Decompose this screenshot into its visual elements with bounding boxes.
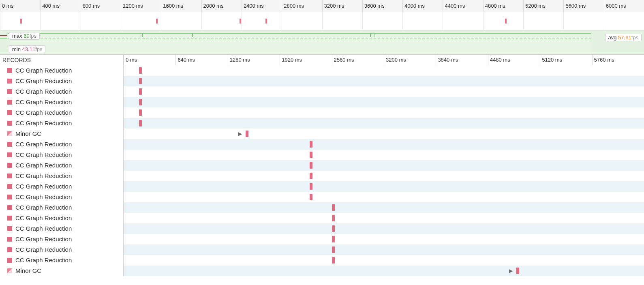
cc-event-chip[interactable] [310, 162, 312, 169]
overview-event-marker[interactable] [505, 19, 507, 24]
overview-tick: 2400 ms [242, 0, 264, 12]
overview-event-marker[interactable] [20, 19, 22, 24]
record-row-label[interactable]: CC Graph Reduction [0, 76, 123, 86]
cc-swatch-icon [7, 216, 12, 221]
overview-gridline [0, 12, 0, 30]
overview-gridline [322, 12, 323, 30]
record-row-text: CC Graph Reduction [15, 97, 72, 107]
overview-gridline [121, 12, 121, 30]
cc-event-chip[interactable] [332, 225, 335, 232]
record-timeline-row[interactable]: ▶ [124, 266, 644, 276]
record-timeline-row[interactable] [124, 171, 644, 181]
overview-gridline [282, 12, 282, 30]
cc-event-chip[interactable] [139, 109, 142, 116]
overview-tick: 3600 ms [362, 0, 385, 12]
cc-event-chip[interactable] [139, 67, 142, 74]
fps-dip [374, 33, 374, 37]
records-ruler[interactable]: 0 ms640 ms1280 ms1920 ms2560 ms3200 ms38… [124, 55, 644, 65]
overview-tick: 2800 ms [282, 0, 304, 12]
record-timeline-row[interactable] [124, 107, 644, 118]
record-timeline-row[interactable] [124, 202, 644, 213]
record-row-label[interactable]: CC Graph Reduction [0, 192, 123, 202]
record-timeline-row[interactable] [124, 160, 644, 171]
overview-timeline[interactable]: 0 ms400 ms800 ms1200 ms1600 ms2000 ms240… [0, 0, 644, 30]
record-row-label[interactable]: CC Graph Reduction [0, 139, 123, 150]
record-timeline-row[interactable] [124, 223, 644, 234]
overview-gridline [483, 12, 484, 30]
minor-gc-event-chip[interactable] [246, 131, 248, 137]
overview-event-marker[interactable] [240, 19, 241, 24]
record-timeline-row[interactable] [124, 192, 644, 202]
cc-event-chip[interactable] [310, 183, 312, 190]
record-timeline-row[interactable]: ▶ [124, 129, 644, 139]
cc-event-chip[interactable] [139, 120, 142, 126]
record-row-label[interactable]: CC Graph Reduction [0, 202, 123, 213]
overview-gridline [242, 12, 242, 30]
cc-swatch-icon [7, 163, 12, 168]
cc-event-chip[interactable] [332, 215, 335, 221]
cc-event-chip[interactable] [139, 88, 142, 95]
expand-chevron-icon[interactable]: ▶ [509, 268, 513, 274]
cc-event-chip[interactable] [332, 257, 335, 264]
expand-chevron-icon[interactable]: ▶ [238, 131, 242, 137]
fps-fill [8, 34, 591, 54]
cc-event-chip[interactable] [310, 152, 312, 158]
record-timeline-row[interactable] [124, 97, 644, 107]
overview-ruler[interactable]: 0 ms400 ms800 ms1200 ms1600 ms2000 ms240… [0, 0, 644, 12]
record-timeline-row[interactable] [124, 65, 644, 76]
record-row-label[interactable]: CC Graph Reduction [0, 234, 123, 244]
overview-tick: 3200 ms [322, 0, 344, 12]
cc-event-chip[interactable] [332, 204, 335, 211]
records-timeline[interactable]: 0 ms640 ms1280 ms1920 ms2560 ms3200 ms38… [124, 55, 644, 276]
record-timeline-row[interactable] [124, 139, 644, 150]
cc-swatch-icon [7, 89, 12, 94]
record-row-label[interactable]: CC Graph Reduction [0, 255, 123, 266]
minor-gc-event-chip[interactable] [516, 268, 519, 274]
record-row-label[interactable]: CC Graph Reduction [0, 223, 123, 234]
record-row-label[interactable]: CC Graph Reduction [0, 65, 123, 76]
record-timeline-row[interactable] [124, 86, 644, 97]
cc-swatch-icon [7, 184, 12, 189]
record-timeline-row[interactable] [124, 150, 644, 160]
cc-event-chip[interactable] [139, 78, 142, 84]
record-row-label[interactable]: CC Graph Reduction [0, 213, 123, 223]
record-timeline-row[interactable] [124, 255, 644, 266]
cc-event-chip[interactable] [139, 99, 142, 105]
record-row-label[interactable]: CC Graph Reduction [0, 86, 123, 97]
record-timeline-row[interactable] [124, 181, 644, 192]
cc-event-chip[interactable] [310, 141, 312, 148]
record-row-label[interactable]: CC Graph Reduction [0, 118, 123, 129]
record-timeline-row[interactable] [124, 244, 644, 255]
record-row-label[interactable]: CC Graph Reduction [0, 97, 123, 107]
record-timeline-row[interactable] [124, 118, 644, 129]
record-row-label[interactable]: CC Graph Reduction [0, 181, 123, 192]
record-row-text: CC Graph Reduction [15, 244, 72, 255]
overview-event-marker[interactable] [156, 19, 158, 24]
fps-dip [370, 33, 371, 37]
record-row-label[interactable]: CC Graph Reduction [0, 244, 123, 255]
record-row-label[interactable]: CC Graph Reduction [0, 171, 123, 181]
fps-min-label: min [12, 46, 21, 52]
overview-gridline [201, 12, 202, 30]
cc-swatch-icon [7, 258, 12, 263]
cc-event-chip[interactable] [310, 173, 312, 179]
record-timeline-row[interactable] [124, 76, 644, 86]
cc-event-chip[interactable] [332, 246, 335, 253]
cc-swatch-icon [7, 174, 12, 178]
record-timeline-row[interactable] [124, 234, 644, 244]
record-row-label[interactable]: Minor GC [0, 266, 123, 276]
cc-event-chip[interactable] [332, 236, 335, 242]
overview-event-marker[interactable] [265, 19, 267, 24]
fps-avg-pill: avg 57.61fps [605, 34, 642, 41]
record-row-label[interactable]: CC Graph Reduction [0, 107, 123, 118]
fps-max-value: 60 [24, 33, 29, 39]
record-row-text: CC Graph Reduction [15, 107, 72, 118]
cc-swatch-icon [7, 205, 12, 210]
record-row-label[interactable]: CC Graph Reduction [0, 150, 123, 160]
records-tick: 640 ms [175, 55, 195, 65]
record-timeline-row[interactable] [124, 213, 644, 223]
overview-tick: 1600 ms [161, 0, 183, 12]
record-row-label[interactable]: Minor GC [0, 129, 123, 139]
record-row-label[interactable]: CC Graph Reduction [0, 160, 123, 171]
cc-event-chip[interactable] [310, 194, 312, 200]
